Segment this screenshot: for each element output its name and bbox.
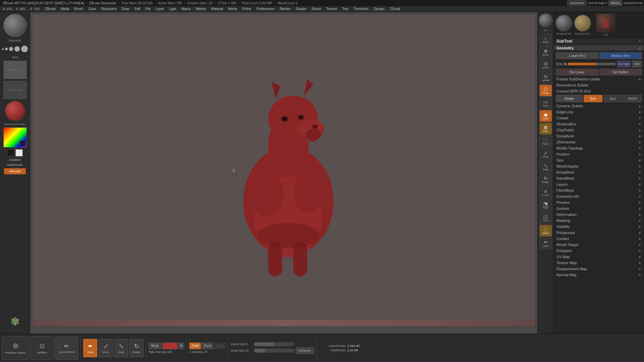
move-icon-button[interactable]: ⤢ Move xyxy=(539,148,552,160)
dog-model-widget[interactable]: Dog xyxy=(596,14,615,36)
menu-render[interactable]: Render xyxy=(277,7,293,11)
polygroups-item[interactable]: Polygroups ▶ xyxy=(554,230,644,236)
smt-button[interactable]: Smt xyxy=(584,95,602,102)
subtool-collapse-icon[interactable]: ▼ xyxy=(638,40,641,43)
menu-zbrush[interactable]: ZBrush xyxy=(43,7,58,11)
floor-button[interactable]: ▭ Floor xyxy=(539,97,552,109)
menu-stroke[interactable]: Stroke xyxy=(309,7,324,11)
menu-macro[interactable]: Macro xyxy=(179,7,193,11)
simplebrush-widget[interactable]: SimpleBrush xyxy=(555,15,572,35)
scroll-button[interactable]: ↕ Scroll xyxy=(539,34,552,46)
projection-master-button[interactable]: ⊛ Projection Master xyxy=(2,336,29,360)
rotate-icon-button[interactable]: ↻ Rotate xyxy=(539,174,552,186)
position-item[interactable]: Position ▶ xyxy=(554,151,644,157)
frame-button[interactable]: ⬚ Frame xyxy=(539,135,552,147)
size-item[interactable]: Size ▶ xyxy=(554,157,644,163)
menu-file[interactable]: File xyxy=(143,7,153,11)
alpha-preview[interactable]: Alpha Off xyxy=(3,61,27,79)
quick-sketch-button[interactable]: ✏ Quick Sketch xyxy=(55,336,78,360)
edgeloop-item[interactable]: EdgeLoop ▶ xyxy=(554,109,644,115)
normal-map-item[interactable]: Normal Map ▶ xyxy=(554,272,644,278)
del-buflice-button[interactable]: Del Buflice xyxy=(599,69,642,75)
menu-document[interactable]: Document xyxy=(99,7,119,11)
m-button[interactable]: M xyxy=(178,343,184,349)
dynamic-button[interactable]: Dynamic xyxy=(296,347,314,354)
color-picker[interactable] xyxy=(3,127,27,147)
menus-button[interactable]: Menus xyxy=(608,0,622,6)
lower-res-button[interactable]: Lower Res xyxy=(556,52,598,59)
menu-movie[interactable]: Movie xyxy=(226,7,239,11)
draw-size-slider[interactable] xyxy=(254,349,294,353)
zadd-button[interactable]: Zadd xyxy=(189,343,201,349)
move-tool-button[interactable]: ⤢ Move xyxy=(99,339,113,357)
menu-tool[interactable]: Tool xyxy=(340,7,351,11)
reconstruct-subdiv-item[interactable]: Reconstruct Subdiv xyxy=(554,82,644,88)
menu-shader[interactable]: Shader xyxy=(293,7,309,11)
rgb-color-swatch[interactable] xyxy=(162,343,177,349)
transp-button[interactable]: ◫ Transp xyxy=(539,212,552,224)
persp-button[interactable]: ⬡ Persp xyxy=(539,84,552,97)
menu-material[interactable]: Material xyxy=(209,7,226,11)
geometry-header[interactable]: Geometry ▶ xyxy=(554,45,644,51)
quicksave-button[interactable]: QuickSave xyxy=(567,0,587,6)
rotate-tool-button[interactable]: ↻ Rotate xyxy=(129,339,144,357)
alternate-button[interactable]: Alternate xyxy=(4,168,26,174)
swatch-black[interactable] xyxy=(7,149,14,157)
nanomesh-item[interactable]: NanoMesh ▶ xyxy=(554,175,644,181)
brush-preview[interactable] xyxy=(3,14,27,37)
edit-button[interactable]: Edit xyxy=(632,61,642,67)
zremesher-item[interactable]: ZRemesher ▶ xyxy=(554,139,644,145)
masking-item[interactable]: Masking ▶ xyxy=(554,218,644,224)
geometry-hd-item[interactable]: Geometry HD ▶ xyxy=(554,193,644,199)
menu-zscript[interactable]: ZScript xyxy=(387,7,403,11)
crease-item[interactable]: Crease ▶ xyxy=(554,115,644,121)
del-higher-button[interactable]: Del Hghr xyxy=(617,61,631,67)
menu-brush[interactable]: Brush xyxy=(72,7,86,11)
linefill-button[interactable]: ≡ LineFill xyxy=(539,186,552,198)
contact-item[interactable]: Contact ▶ xyxy=(554,236,644,242)
oxyz-button[interactable]: ⊞ Oxyz xyxy=(539,123,552,135)
del-lower-button[interactable]: Del Lower xyxy=(556,69,598,75)
reuv-button[interactable]: ReUV xyxy=(623,95,642,102)
dynamic-subdiv-item[interactable]: Dynamic Subdiv ▶ xyxy=(554,103,644,109)
displacement-map-item[interactable]: Displacement Map ▶ xyxy=(554,266,644,272)
menu-picker[interactable]: Picker xyxy=(240,7,254,11)
ghost-button[interactable]: ◌ Ghost xyxy=(539,225,552,237)
fibermesh-item[interactable]: FiberMesh ▶ xyxy=(554,187,644,193)
menu-edit[interactable]: Edit xyxy=(132,7,143,11)
lsym-button[interactable]: ⇔ Lsym xyxy=(539,237,552,249)
menu-marker[interactable]: Marker xyxy=(193,7,208,11)
claypolish-item[interactable]: ClayPolish ▶ xyxy=(554,127,644,133)
mrgb-button[interactable]: Mrgb xyxy=(149,343,161,349)
menu-light[interactable]: Light xyxy=(167,7,179,11)
menu-texture[interactable]: Texture xyxy=(324,7,340,11)
freeze-subdiv-item[interactable]: Freeze SubDivision Levels ▶ xyxy=(554,76,644,82)
divide-button[interactable]: Divide xyxy=(556,95,583,102)
menu-transform[interactable]: Transform xyxy=(351,7,371,11)
lightbox-button[interactable]: ⊙ LightBox xyxy=(30,336,54,360)
surface-item[interactable]: Surface ▶ xyxy=(554,205,644,212)
zsub-button[interactable]: Zsub xyxy=(202,343,213,349)
texture-preview[interactable]: Texture Off xyxy=(3,81,27,99)
morph-target-item[interactable]: Morph Target ▶ xyxy=(554,242,644,248)
uv-map-item[interactable]: UV Map ▶ xyxy=(554,254,644,260)
preview-item[interactable]: Preview ▶ xyxy=(554,199,644,205)
canvas-area[interactable] xyxy=(30,12,537,334)
stroke-dots-row[interactable] xyxy=(2,44,28,54)
polyf-button[interactable]: ⬔ PolyF xyxy=(539,199,552,211)
suv-button[interactable]: Suv xyxy=(603,95,622,102)
menu-alpha[interactable]: Alpha xyxy=(58,7,72,11)
swatch-white[interactable] xyxy=(15,149,23,157)
shadowbox-item[interactable]: ShadowBox ▶ xyxy=(554,121,644,127)
local-button[interactable]: ◉ Local xyxy=(539,110,552,122)
actual-button[interactable]: ◎ Actual xyxy=(539,59,552,71)
polypaint-item[interactable]: Polypaint ▶ xyxy=(554,248,644,254)
eraserbrush-widget[interactable]: EraserBrush xyxy=(574,15,591,35)
zcut-button[interactable]: Zcut xyxy=(214,343,226,349)
convert-bpr-item[interactable]: Convert BPR To Smt xyxy=(554,88,644,94)
menu-zplugin[interactable]: Zplugin xyxy=(371,7,387,11)
draw-tool-button[interactable]: ✒ Draw xyxy=(83,339,97,357)
zoom-button[interactable]: ⊕ Zoom xyxy=(539,46,552,58)
scale-tool-button[interactable]: ⤡ Scale xyxy=(114,339,128,357)
texture-map-item[interactable]: Texture Map ▶ xyxy=(554,260,644,266)
